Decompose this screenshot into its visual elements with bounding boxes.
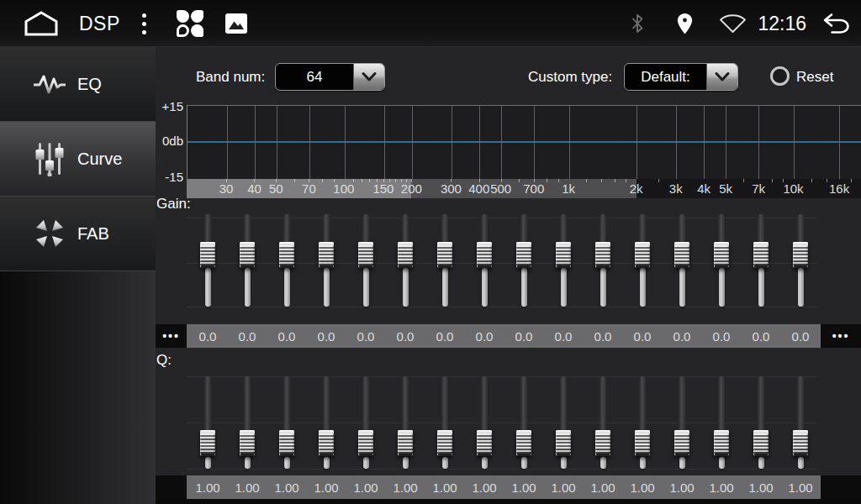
q-value: 1.00	[583, 475, 623, 499]
gain-slider[interactable]	[357, 214, 374, 312]
slider-track-lower	[245, 268, 251, 307]
slider-handle[interactable]	[279, 430, 294, 456]
slider-handle[interactable]	[753, 430, 769, 456]
slider-handle[interactable]	[477, 430, 492, 456]
band-num-select[interactable]: 64	[275, 63, 385, 91]
chevron-down-icon[interactable]	[353, 64, 384, 90]
slider-handle[interactable]	[595, 430, 610, 456]
slider-handle[interactable]	[556, 430, 571, 456]
curve-sliders-icon	[32, 141, 67, 176]
gallery-icon[interactable]	[225, 13, 247, 34]
slider-track-upper	[244, 376, 251, 435]
q-slider[interactable]	[318, 376, 335, 470]
gain-slider[interactable]	[436, 214, 453, 312]
gain-more-right-button[interactable]: •••	[821, 324, 861, 348]
back-arrow-icon[interactable]	[821, 13, 851, 34]
chevron-down-icon[interactable]	[706, 64, 737, 90]
slider-handle[interactable]	[398, 430, 413, 456]
gain-slider[interactable]	[555, 214, 572, 312]
q-slider[interactable]	[199, 376, 216, 470]
gain-slider[interactable]	[634, 214, 651, 312]
freq-gridline	[704, 106, 705, 179]
slider-handle[interactable]	[714, 242, 729, 268]
gain-more-left-button[interactable]: •••	[156, 324, 187, 348]
slider-handle[interactable]	[674, 242, 689, 268]
eq-curve-plot[interactable]	[187, 105, 861, 179]
slider-handle[interactable]	[240, 430, 255, 456]
slider-handle[interactable]	[437, 242, 452, 268]
axis-minor-tick	[558, 179, 559, 182]
slider-handle[interactable]	[358, 242, 373, 268]
slider-handle[interactable]	[319, 430, 334, 456]
slider-track-lower	[284, 457, 290, 469]
axis-minor-tick	[362, 179, 362, 182]
slider-handle[interactable]	[556, 242, 571, 268]
q-slider[interactable]	[555, 376, 572, 470]
location-icon	[676, 13, 694, 35]
custom-type-select[interactable]: Default:	[624, 63, 738, 91]
slider-handle[interactable]	[240, 242, 255, 268]
slider-handle[interactable]	[635, 242, 650, 268]
slider-track-lower	[679, 268, 685, 307]
gain-slider[interactable]	[476, 214, 493, 312]
q-slider[interactable]	[239, 376, 256, 470]
slider-handle[interactable]	[200, 430, 215, 456]
slider-handle[interactable]	[398, 242, 413, 268]
sidebar-item-eq[interactable]: EQ	[0, 47, 156, 122]
slider-handle[interactable]	[477, 242, 492, 268]
kebab-menu-icon[interactable]	[139, 10, 150, 38]
slider-track-lower	[521, 268, 527, 307]
q-slider[interactable]	[634, 376, 651, 470]
slider-handle[interactable]	[635, 430, 650, 456]
apps-clover-icon[interactable]	[177, 10, 203, 37]
gain-slider[interactable]	[792, 214, 809, 312]
slider-handle[interactable]	[674, 430, 689, 456]
frequency-axis[interactable]: 304050701001502003004005007001k2k3k4k5k7…	[187, 179, 861, 198]
q-slider[interactable]	[515, 376, 532, 470]
gain-slider[interactable]	[515, 214, 532, 312]
q-slider[interactable]	[397, 376, 414, 470]
gain-slider[interactable]	[199, 214, 216, 312]
gain-slider[interactable]	[239, 214, 256, 312]
home-icon[interactable]	[22, 10, 61, 37]
slider-handle[interactable]	[714, 430, 729, 456]
q-slider[interactable]	[792, 376, 809, 470]
slider-handle[interactable]	[358, 430, 373, 456]
gain-slider[interactable]	[397, 214, 414, 312]
q-more-left-button[interactable]	[156, 475, 187, 499]
q-slider[interactable]	[357, 376, 374, 470]
q-slider[interactable]	[594, 376, 611, 470]
slider-handle[interactable]	[516, 242, 531, 268]
q-slider[interactable]	[713, 376, 730, 470]
slider-handle[interactable]	[200, 242, 215, 268]
freq-gridline	[534, 106, 535, 179]
slider-handle[interactable]	[793, 242, 808, 268]
q-slider[interactable]	[673, 376, 690, 470]
sidebar-item-curve[interactable]: Curve	[0, 122, 156, 197]
freq-gridline	[479, 106, 480, 179]
q-slider[interactable]	[753, 376, 769, 470]
gain-slider[interactable]	[713, 214, 730, 312]
slider-handle[interactable]	[437, 430, 452, 456]
axis-minor-tick	[658, 179, 659, 182]
gain-slider[interactable]	[318, 214, 335, 312]
sidebar-item-fab[interactable]: FAB	[0, 197, 156, 271]
slider-handle[interactable]	[595, 242, 610, 268]
q-slider[interactable]	[476, 376, 493, 470]
slider-handle[interactable]	[753, 242, 769, 268]
slider-handle[interactable]	[319, 242, 334, 268]
q-value: 1.00	[780, 475, 821, 499]
gain-slider[interactable]	[278, 214, 295, 312]
freq-label: 200	[401, 181, 422, 195]
gain-slider[interactable]	[594, 214, 611, 312]
gain-slider[interactable]	[753, 214, 769, 312]
q-slider[interactable]	[278, 376, 295, 470]
q-value: 1.00	[306, 475, 346, 499]
gain-slider[interactable]	[673, 214, 690, 312]
slider-handle[interactable]	[516, 430, 531, 456]
q-slider[interactable]	[436, 376, 453, 470]
reset-radio[interactable]	[770, 66, 790, 86]
slider-handle[interactable]	[793, 430, 808, 456]
slider-handle[interactable]	[279, 242, 294, 268]
q-more-right-button[interactable]	[821, 475, 861, 499]
